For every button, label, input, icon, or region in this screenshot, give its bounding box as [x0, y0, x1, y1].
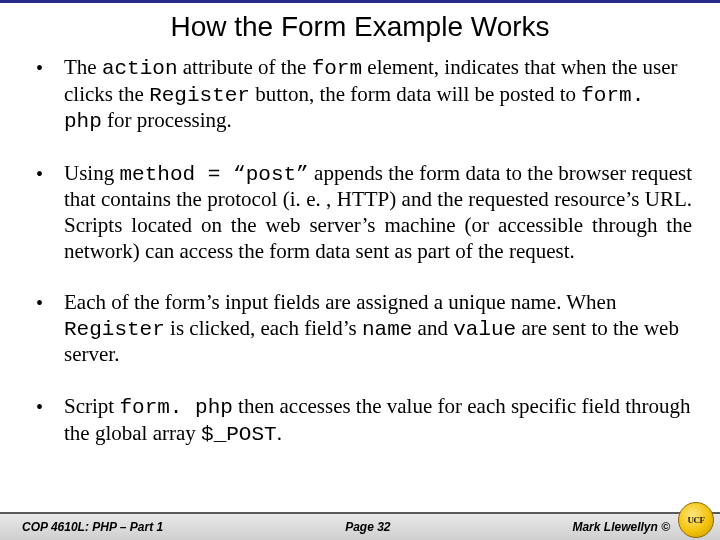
- slide: How the Form Example Works •The action a…: [0, 0, 720, 540]
- bullet-text: Using method = “post” appends the form d…: [64, 161, 692, 263]
- bullet-text: Script form. php then accesses the value…: [64, 394, 691, 445]
- bullet-list: •The action attribute of the form elemen…: [30, 55, 692, 447]
- bullet-item: •Using method = “post” appends the form …: [30, 161, 692, 264]
- bullet-item: •Script form. php then accesses the valu…: [30, 394, 692, 447]
- bullet-text: The action attribute of the form element…: [64, 55, 678, 132]
- bullet-dot-icon: •: [36, 56, 43, 80]
- slide-title: How the Form Example Works: [0, 11, 720, 43]
- bullet-dot-icon: •: [36, 291, 43, 315]
- bullet-text: Each of the form’s input fields are assi…: [64, 290, 679, 366]
- bullet-dot-icon: •: [36, 395, 43, 419]
- footer-bar: COP 4610L: PHP – Part 1 Page 32 Mark Lle…: [0, 512, 720, 540]
- bullet-dot-icon: •: [36, 162, 43, 186]
- bullet-item: •The action attribute of the form elemen…: [30, 55, 692, 135]
- slide-body: •The action attribute of the form elemen…: [0, 55, 720, 447]
- ucf-logo-icon: UCF: [678, 502, 716, 540]
- bullet-item: •Each of the form’s input fields are ass…: [30, 290, 692, 368]
- footer-course: COP 4610L: PHP – Part 1: [0, 520, 163, 534]
- footer-page: Page 32: [163, 520, 572, 534]
